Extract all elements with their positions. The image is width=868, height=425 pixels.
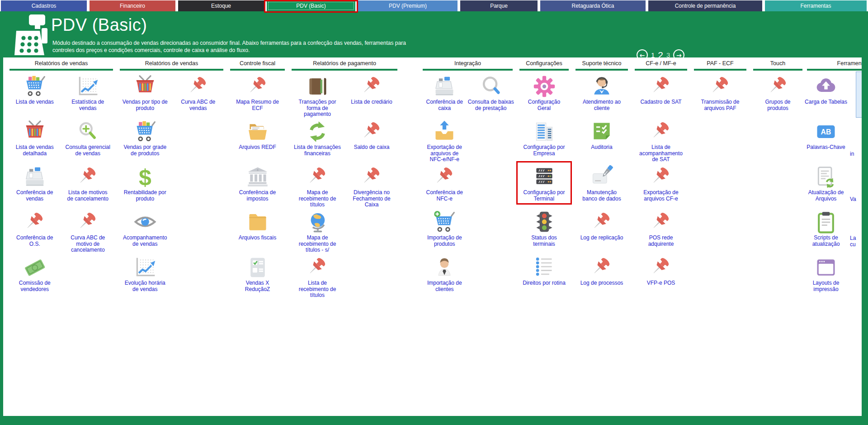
group-underline <box>519 69 569 71</box>
server-stack-icon <box>533 164 556 190</box>
tab-pdv-basic[interactable]: PDV (Basic) <box>267 0 355 11</box>
tab-retaguarda-otica[interactable]: Retaguarda Ótica <box>540 0 646 11</box>
tab-estoque[interactable]: Estoque <box>178 0 264 11</box>
launcher-item-curva-abc-de-vendas[interactable]: Curva ABC de vendas <box>172 73 225 118</box>
group-title: Relatórios de pagamento <box>290 60 399 67</box>
item-label: Log de replicação <box>571 235 632 241</box>
cash-register-header-icon <box>14 14 50 58</box>
launcher-item-conferencia-de-nfc-e[interactable]: Conferência de NFC-e <box>421 163 468 209</box>
launcher-item-conferencia-de-o-s[interactable]: Conferência de O.S. <box>8 209 61 254</box>
stats-chart-icon <box>133 255 157 280</box>
launcher-item-importacao-de-clientes[interactable]: Importação de clientes <box>421 254 468 299</box>
launcher-item-configuracao-geral[interactable]: Configuração Geral <box>518 73 570 118</box>
launcher-item-arquivos-fiscais[interactable]: Arquivos fiscais <box>229 209 286 254</box>
group-title: Ferramentas <box>806 60 868 67</box>
launcher-item-lista-de-vendas-detalhada[interactable]: Lista de vendas detalhada <box>8 118 61 163</box>
launcher-item-lista-de-motivos-de-cancelamento[interactable]: Lista de motivos de cancelamento <box>61 163 115 209</box>
launcher-item-conferencia-de-vendas[interactable]: Conferência de vendas <box>8 163 61 209</box>
tab-financeiro[interactable]: Financeiro <box>90 0 175 11</box>
launcher-item-lista-de-recebimento-de-titulos[interactable]: Lista de recebimento de títulos <box>290 254 344 299</box>
pushpin-icon <box>360 74 383 99</box>
item-label: Configuração por Empresa <box>515 144 573 157</box>
launcher-item-exportacao-de-arquivos-de-nfc-e-nf-e[interactable]: Exportação de arquivos de NFC-e/NF-e <box>421 118 468 163</box>
group-touch: TouchGrupos de produtos <box>752 59 804 118</box>
launcher-item-divergencia-no-fechamento-de-caixa[interactable]: Divergência no Fechamento de Caixa <box>344 163 399 209</box>
launcher-item-cadastro-de-sat[interactable]: Cadastro de SAT <box>633 73 689 118</box>
recycle-arrows-icon <box>306 119 329 144</box>
tab-label: PDV (Premium) <box>389 3 427 9</box>
item-label: Lista de vendas detalhada <box>5 144 65 157</box>
launcher-item-status-dos-terminais[interactable]: Status dos terminais <box>518 209 570 254</box>
launcher-item-carga-de-tabelas[interactable]: Carga de Tabelas <box>806 73 846 118</box>
launcher-item-comissao-de-vendedores[interactable]: Comissão de vendedores <box>8 254 61 299</box>
launcher-item-lista-de-transacoes-financeiras[interactable]: Lista de transações financeiras <box>290 118 344 163</box>
module-description: Módulo destinado a consumação de vendas … <box>52 40 423 54</box>
tab-bar: CadastrosFinanceiroEstoquePDV (Basic)PDV… <box>0 0 868 11</box>
launcher-item-scripts-de-atualizacao[interactable]: Scripts de atualização <box>806 209 846 254</box>
launcher-item-rentabilidade-por-produto[interactable]: $Rentabilidade por produto <box>118 163 172 209</box>
item-label: Log de processos <box>571 280 632 287</box>
launcher-item-configuracao-por-empresa[interactable]: Configuração por Empresa <box>518 118 570 163</box>
launcher-item-evolucao-horaria-de-vendas[interactable]: Evolução horária de vendas <box>118 254 172 299</box>
launcher-item-atendimento-ao-cliente[interactable]: Atendimento ao cliente <box>574 73 629 118</box>
launcher-item-lista-de-vendas[interactable]: Lista de vendas <box>8 73 61 118</box>
tab-label: Estoque <box>211 3 231 9</box>
launcher-item-atualizacao-de-arquivos[interactable]: Atualização de Arquivos <box>806 163 846 209</box>
group-relatorios-de-pagamento: Relatórios de pagamentoTransações por fo… <box>290 59 399 299</box>
customer-icon <box>433 255 456 280</box>
launcher-item-estatistica-de-vendas[interactable]: Estatística de vendas <box>61 73 115 118</box>
launcher-item-log-de-replicacao[interactable]: Log de replicação <box>574 209 629 254</box>
launcher-item-saldo-de-caixa[interactable]: Saldo de caixa <box>344 118 399 163</box>
tab-pdv-premium[interactable]: PDV (Premium) <box>358 0 458 11</box>
shopping-basket-icon <box>133 74 157 99</box>
item-label: Palavras-Chave <box>802 144 849 151</box>
launcher-item-configuracao-por-terminal[interactable]: Configuração por Terminal <box>518 163 570 209</box>
launcher-item-consulta-de-baixas-de-prestacao[interactable]: Consulta de baixas de prestação <box>468 73 514 118</box>
launcher-item-auditoria[interactable]: Auditoria <box>574 118 629 163</box>
launcher-item-curva-abc-de-motivo-de-cancelamento[interactable]: Curva ABC de motivo de cancelamento <box>61 209 115 254</box>
launcher-item-mapa-resumo-de-ecf[interactable]: Mapa Resumo de ECF <box>229 73 286 118</box>
launcher-item-transacoes-por-forma-de-pagamento[interactable]: Transações por forma de pagamento <box>290 73 344 118</box>
launcher-item-consulta-gerencial-de-vendas[interactable]: Consulta gerencial de vendas <box>61 118 115 163</box>
launcher-item-palavras-chave[interactable]: ABPalavras-Chave <box>806 118 846 163</box>
launcher-item-direitos-por-rotina[interactable]: Direitos por rotina <box>518 254 570 299</box>
item-label: Mapa Resumo de ECF <box>226 99 289 111</box>
shopping-cart-icon <box>23 74 47 99</box>
launcher-item-log-de-processos[interactable]: Log de processos <box>574 254 629 299</box>
export-box-icon <box>433 119 456 144</box>
item-label: POS rede adquirente <box>630 235 692 247</box>
tab-parque[interactable]: Parque <box>460 0 538 11</box>
launcher-item-pos-rede-adquirente[interactable]: POS rede adquirente <box>633 209 689 254</box>
tab-controle-de-permanencia[interactable]: Controle de permanência <box>648 0 762 11</box>
launcher-item-conferencia-de-caixa[interactable]: Conferência de caixa <box>421 73 468 118</box>
item-label: Consulta gerencial de vendas <box>58 144 118 157</box>
pushpin-icon <box>649 210 673 235</box>
tab-cadastros[interactable]: Cadastros <box>1 0 87 11</box>
launcher-item-mapa-de-recebimento-de-titulos-s[interactable]: Mapa de recebimento de títulos - s/ <box>290 209 344 254</box>
launcher-item-vendas-por-tipo-de-produto[interactable]: Vendas por tipo de produto <box>118 73 172 118</box>
launcher-item-exportacao-de-arquivos-cf-e[interactable]: Exportação de arquivos CF-e <box>633 163 689 209</box>
pushpin-icon <box>649 74 673 99</box>
launcher-item-vendas-x-reducaoz[interactable]: Vendas X ReduçãoZ <box>229 254 286 299</box>
folder-open-icon <box>246 119 269 144</box>
launcher-item-mapa-de-recebimento-de-titulos[interactable]: Mapa de recebimento de títulos <box>290 163 344 209</box>
support-agent-icon <box>590 74 613 99</box>
launcher-item-manutencao-banco-de-dados[interactable]: Manutenção banco de dados <box>574 163 629 209</box>
launcher-item-grupos-de-produtos[interactable]: Grupos de produtos <box>752 73 804 118</box>
tab-ferramentas[interactable]: Ferramentas <box>765 0 867 11</box>
launcher-item-layouts-de-impressao[interactable]: Layouts de impressão <box>806 254 846 299</box>
shopping-cart-icon <box>133 119 157 144</box>
launcher-item-conferencia-de-impostos[interactable]: Conferência de impostos <box>229 163 286 209</box>
launcher-item-vendas-por-grade-de-produtos[interactable]: Vendas por grade de produtos <box>118 118 172 163</box>
launcher-item-acompanhamento-de-vendas[interactable]: Acompanhamento de vendas <box>118 209 172 254</box>
group-configuracoes: ConfiguraçõesConfiguração GeralConfigura… <box>518 59 570 299</box>
tab-label: Controle de permanência <box>675 3 736 9</box>
launcher-item-lista-de-acompanhamento-de-sat[interactable]: Lista de acompanhamento de SAT <box>633 118 689 163</box>
rights-list-icon <box>533 255 556 280</box>
launcher-item-vfp-e-pos[interactable]: VFP-e POS <box>633 254 689 299</box>
launcher-item-lista-de-crediario[interactable]: Lista de crediário <box>344 73 399 118</box>
item-label: Layouts de impressão <box>802 280 849 292</box>
launcher-item-importacao-de-produtos[interactable]: Importação de produtos <box>421 209 468 254</box>
launcher-item-arquivos-redf[interactable]: Arquivos REDF <box>229 118 286 163</box>
launcher-item-transmissao-de-arquivos-paf[interactable]: Transmissão de arquivos PAF <box>693 73 748 118</box>
